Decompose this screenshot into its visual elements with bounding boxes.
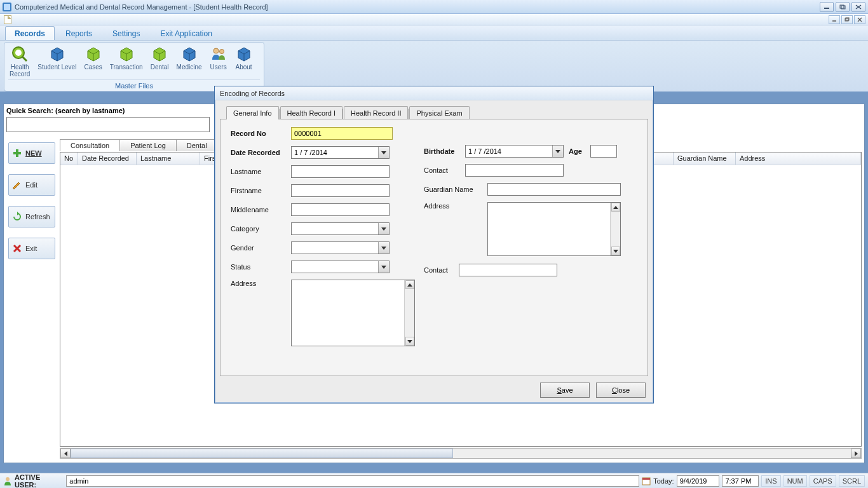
menu-reports[interactable]: Reports [56, 26, 102, 40]
search-icon [11, 45, 29, 63]
lbl-gender: Gender [231, 244, 291, 252]
firstname-field[interactable] [291, 184, 390, 197]
ribbon-users[interactable]: Users [208, 45, 229, 78]
dropdown-icon[interactable] [378, 147, 389, 158]
guardian-name-field[interactable] [487, 183, 621, 196]
status-scrl: SCRL [839, 475, 865, 487]
address-field[interactable] [291, 280, 415, 346]
textarea-scrollbar[interactable] [404, 280, 414, 346]
category-field[interactable] [291, 222, 390, 235]
dropdown-icon[interactable] [378, 223, 389, 234]
status-caps: CAPS [810, 475, 836, 487]
ribbon-health-record[interactable]: Health Record [8, 45, 31, 78]
lbl-guardian-name: Guardian Name [424, 186, 487, 193]
scroll-down-icon[interactable] [405, 337, 414, 346]
guardian-address-field[interactable] [487, 202, 621, 256]
lbl-birthdate: Birthdate [424, 147, 465, 155]
lbl-address: Address [231, 280, 291, 287]
quick-search-input[interactable] [6, 117, 210, 132]
ribbon-dental[interactable]: Dental [149, 45, 170, 78]
ribbon-about[interactable]: About [234, 45, 254, 78]
lbl-guardian-address: Address [424, 202, 487, 210]
svg-point-19 [6, 477, 10, 481]
textarea-scrollbar[interactable] [610, 203, 620, 255]
refresh-button[interactable]: Refresh [8, 206, 55, 227]
close-button[interactable]: Close [596, 383, 646, 398]
ribbon-medicine[interactable]: Medicine [175, 45, 203, 78]
window-minimize-button[interactable] [820, 2, 834, 12]
mdi-close-button[interactable] [854, 15, 865, 24]
tab-patient-log[interactable]: Patient Log [119, 139, 177, 151]
save-button[interactable]: Save [540, 383, 590, 398]
lbl-lastname: Lastname [231, 168, 291, 175]
dropdown-icon[interactable] [378, 261, 389, 273]
tab-general-info[interactable]: General Info [226, 106, 279, 119]
menu-settings[interactable]: Settings [103, 26, 149, 40]
contact-field[interactable] [465, 164, 564, 177]
window-titlebar: Computerized Medical and Dental Record M… [0, 0, 868, 14]
col-address2[interactable]: Address [736, 152, 861, 165]
scroll-track[interactable] [71, 449, 851, 458]
exit-button[interactable]: Exit [8, 238, 55, 259]
dropdown-icon[interactable] [552, 146, 563, 157]
horizontal-scrollbar[interactable] [60, 448, 862, 459]
age-field[interactable] [590, 145, 617, 158]
dropdown-icon[interactable] [378, 242, 389, 254]
tab-health-record-2[interactable]: Health Record II [344, 106, 408, 119]
ribbon-student-level[interactable]: Student Level [36, 45, 78, 78]
tab-physical-exam[interactable]: Physical Exam [409, 106, 469, 119]
date-recorded-field[interactable]: 1 / 7 /2014 [291, 146, 390, 159]
tab-health-record-1[interactable]: Health Record I [280, 106, 342, 119]
guardian-contact-field[interactable] [459, 264, 557, 276]
col-lastname[interactable]: Lastname [137, 152, 200, 165]
scroll-up-icon[interactable] [611, 203, 620, 212]
window-restore-button[interactable] [836, 2, 850, 12]
dialog-title: Encoding of Records [215, 86, 653, 100]
middlename-field[interactable] [291, 203, 390, 216]
scroll-left-button[interactable] [60, 449, 71, 458]
dialog-tabs: General Info Health Record I Health Reco… [220, 104, 648, 119]
svg-line-12 [22, 57, 27, 61]
window-title: Computerized Medical and Dental Record M… [15, 3, 268, 11]
ribbon-label: Cases [84, 64, 102, 71]
mdi-minimize-button[interactable] [829, 15, 840, 24]
col-guardian-name[interactable]: Guardian Name [674, 152, 736, 165]
mdi-restore-button[interactable] [841, 15, 853, 24]
scroll-right-button[interactable] [851, 449, 861, 458]
calendar-icon [642, 477, 651, 485]
today-date: 9/4/2019 [677, 475, 720, 487]
new-button[interactable]: NEW [8, 142, 55, 164]
scroll-thumb[interactable] [71, 449, 453, 458]
menu-records[interactable]: Records [5, 26, 55, 40]
scroll-up-icon[interactable] [405, 280, 414, 289]
ribbon-label: Medicine [177, 64, 202, 71]
box-icon [180, 45, 198, 63]
lastname-field[interactable] [291, 165, 390, 178]
today-label: Today: [653, 477, 674, 485]
close-button-label-rest: lose [617, 386, 630, 394]
birthdate-field[interactable]: 1 / 7 /2014 [465, 145, 564, 158]
record-no-field[interactable] [291, 127, 393, 140]
ribbon-label: Health Record [10, 64, 30, 78]
box-icon [235, 45, 253, 63]
col-no[interactable]: No [60, 152, 78, 165]
active-user-value: admin [66, 475, 639, 487]
lbl-date-recorded: Date Recorded [231, 149, 291, 156]
tab-dental[interactable]: Dental [176, 139, 218, 151]
refresh-button-label: Refresh [25, 213, 50, 220]
window-close-button[interactable] [851, 2, 865, 12]
lbl-age: Age [569, 147, 590, 155]
dialog-panel: Record No Date Recorded 1 / 7 /2014 Last… [220, 119, 648, 376]
edit-button[interactable]: Edit [8, 174, 55, 196]
col-date-recorded[interactable]: Date Recorded [78, 152, 137, 165]
lbl-middlename: Middlename [231, 206, 291, 214]
scroll-down-icon[interactable] [611, 247, 620, 255]
status-field[interactable] [291, 261, 390, 273]
menu-exit-application[interactable]: Exit Application [151, 26, 221, 40]
gender-field[interactable] [291, 241, 390, 254]
ribbon-cases[interactable]: Cases [83, 45, 103, 78]
pencil-icon [12, 180, 22, 190]
ribbon-transaction[interactable]: Transaction [109, 45, 144, 78]
birthdate-value: 1 / 7 /2014 [468, 147, 501, 155]
tab-consultation[interactable]: Consultation [60, 139, 120, 151]
